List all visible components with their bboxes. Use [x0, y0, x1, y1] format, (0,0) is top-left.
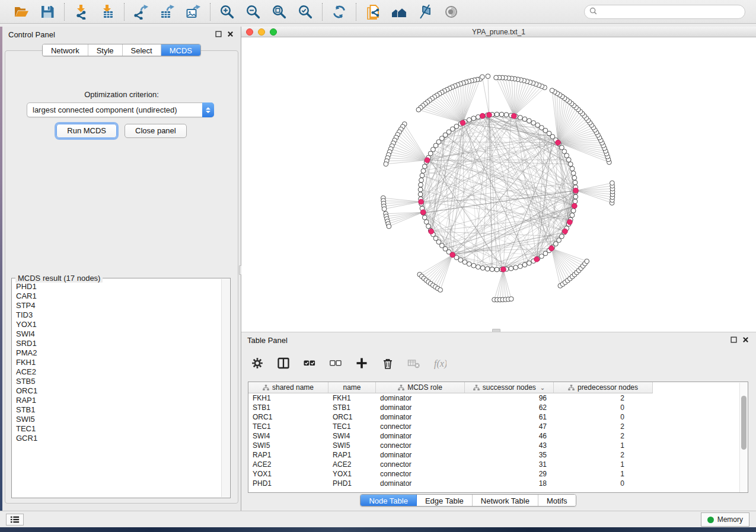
delete-row-button[interactable] [380, 355, 395, 371]
deselect-all-button[interactable] [328, 355, 343, 371]
table-tab-network-table[interactable]: Network Table [473, 495, 538, 506]
cell-name: ORC1 [328, 412, 376, 422]
mcds-result-node[interactable]: STB1 [16, 405, 221, 415]
cell-MCDS-role: dominator [376, 479, 465, 488]
criterion-select[interactable]: largest connected component (undirected) [27, 102, 214, 117]
table-row[interactable]: RAP1RAP1dominator352 [248, 450, 653, 460]
refresh-button[interactable] [330, 3, 348, 21]
tab-style[interactable]: Style [88, 44, 123, 56]
table-row[interactable]: STB1STB1dominator620 [248, 403, 653, 412]
task-history-button[interactable] [6, 514, 24, 525]
table-tab-motifs[interactable]: Motifs [538, 495, 576, 506]
table-row[interactable]: TEC1TEC1connector472 [248, 422, 653, 431]
table-row[interactable]: SWI4SWI4dominator462 [248, 431, 653, 441]
control-panel: Control Panel NetworkStyleSelectMCDS Opt… [2, 27, 241, 511]
mcds-result-node[interactable]: YOX1 [16, 320, 221, 329]
mcds-result-node[interactable]: PMA2 [16, 348, 221, 358]
status-bar: Memory [0, 511, 756, 527]
mcds-result-node[interactable]: ACE2 [16, 367, 221, 377]
search-input[interactable] [600, 8, 740, 16]
import-network-button[interactable] [72, 3, 90, 21]
network-graph-canvas[interactable] [241, 37, 756, 332]
export-table-button[interactable] [158, 3, 176, 21]
mcds-result-node[interactable]: STB5 [16, 377, 221, 386]
zoom-in-button[interactable] [218, 3, 236, 21]
cell-predecessor-nodes: 1 [554, 460, 653, 469]
column-header-shared-name[interactable]: shared name [248, 382, 328, 393]
mcds-result-node[interactable]: TID3 [16, 310, 221, 320]
cell-predecessor-nodes: 1 [554, 469, 653, 479]
columns-button[interactable] [276, 355, 291, 371]
cell-predecessor-nodes: 0 [554, 412, 653, 422]
mcds-result-node[interactable]: SWI5 [16, 415, 221, 424]
close-panel-icon[interactable] [227, 30, 234, 39]
float-panel-icon[interactable] [215, 30, 222, 39]
close-panel-button[interactable]: Close panel [125, 124, 187, 138]
mcds-result-title: MCDS result (17 nodes) [15, 274, 103, 283]
network-window-title: YPA_prune.txt_1 [241, 28, 756, 36]
save-session-button[interactable] [39, 3, 56, 21]
mcds-result-node[interactable]: RAP1 [16, 396, 221, 405]
memory-button[interactable]: Memory [701, 512, 749, 527]
select-all-button[interactable] [302, 355, 317, 371]
zoom-selected-button[interactable] [296, 3, 314, 21]
close-table-panel-icon[interactable] [742, 336, 749, 345]
cell-predecessor-nodes: 1 [554, 441, 653, 450]
table-row[interactable]: PHD1PHD1dominator180 [248, 479, 653, 488]
mcds-result-node[interactable]: PHD1 [16, 282, 221, 291]
search-wrap [584, 5, 745, 19]
table-tab-node-table[interactable]: Node Table [361, 495, 417, 506]
table-tab-edge-table[interactable]: Edge Table [417, 495, 473, 506]
table-row[interactable]: FKH1FKH1dominator962 [248, 393, 653, 403]
import-table-button[interactable] [98, 3, 116, 21]
memory-status-icon [707, 517, 714, 523]
tab-network[interactable]: Network [43, 44, 88, 56]
float-table-panel-icon[interactable] [731, 336, 737, 345]
mcds-result-scrollbar[interactable] [221, 279, 229, 497]
cell-MCDS-role: connector [376, 441, 465, 450]
cell-name: SWI4 [328, 431, 376, 441]
cell-name: FKH1 [328, 393, 376, 403]
mcds-result-node[interactable]: SWI4 [16, 329, 221, 339]
zoom-fit-button[interactable] [270, 3, 288, 21]
table-row[interactable]: SWI5SWI5connector431 [248, 441, 653, 450]
table-row[interactable]: YOX1YOX1connector291 [248, 469, 653, 479]
cell-MCDS-role: connector [376, 460, 465, 469]
mcds-result-node[interactable]: ORC1 [16, 386, 221, 396]
export-network-button[interactable] [132, 3, 150, 21]
show-graphics-details-button[interactable] [442, 3, 460, 21]
table-row[interactable]: ACE2ACE2connector311 [248, 460, 653, 469]
tab-mcds[interactable]: MCDS [161, 44, 200, 56]
cell-name: RAP1 [328, 450, 376, 460]
cell-successor-nodes: 61 [465, 412, 554, 422]
table-row[interactable]: ORC1ORC1dominator610 [248, 412, 653, 422]
mcds-result-node[interactable]: FKH1 [16, 358, 221, 367]
cell-name: SWI5 [328, 441, 376, 450]
hide-graphics-details-button[interactable] [416, 3, 434, 21]
settings-button[interactable] [250, 355, 265, 371]
home-button[interactable] [390, 3, 408, 21]
table-scrollbar[interactable] [739, 383, 748, 492]
search-field[interactable] [584, 5, 745, 19]
column-header-name[interactable]: name [328, 382, 376, 393]
column-header-MCDS-role[interactable]: MCDS role [376, 382, 465, 393]
zoom-out-button[interactable] [244, 3, 262, 21]
mcds-result-node[interactable]: SRD1 [16, 339, 221, 348]
add-row-button[interactable] [354, 355, 369, 371]
run-mcds-button[interactable]: Run MCDS [56, 124, 117, 138]
column-header-successor-nodes[interactable]: successor nodes⌄ [465, 382, 554, 393]
column-header-predecessor-nodes[interactable]: predecessor nodes [554, 382, 653, 393]
tab-select[interactable]: Select [123, 44, 161, 56]
control-panel-tabbar: NetworkStyleSelectMCDS [2, 44, 241, 56]
cell-name: YOX1 [328, 469, 376, 479]
share-document-button[interactable] [364, 3, 382, 21]
cell-shared-name: STB1 [248, 403, 328, 412]
open-file-button[interactable] [12, 3, 30, 21]
node-table: shared namenameMCDS rolesuccessor nodes⌄… [248, 382, 748, 493]
table-scrollbar-thumb[interactable] [741, 396, 747, 450]
export-image-button[interactable] [184, 3, 202, 21]
mcds-result-node[interactable]: TEC1 [16, 424, 221, 434]
mcds-result-node[interactable]: GCR1 [16, 434, 221, 443]
mcds-result-node[interactable]: STP4 [16, 301, 221, 310]
mcds-result-node[interactable]: CAR1 [16, 291, 221, 301]
